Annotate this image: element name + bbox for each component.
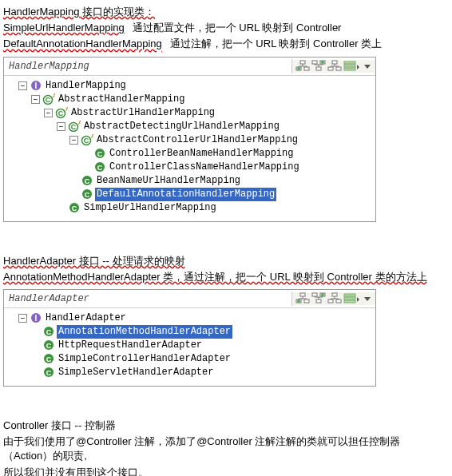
class-icon: C bbox=[68, 201, 81, 214]
tree-twisty[interactable]: − bbox=[18, 314, 27, 323]
doc-line-hm-intro: HandlerMapping 接口的实现类： bbox=[3, 5, 449, 19]
svg-rect-0 bbox=[300, 61, 305, 64]
class-icon: C bbox=[42, 352, 55, 365]
svg-text:A: A bbox=[65, 106, 68, 112]
svg-text:C: C bbox=[58, 109, 64, 117]
tree-node-annotationmethodhandleradapter[interactable]: C AnnotationMethodHandlerAdapter bbox=[6, 325, 374, 339]
tree-node-httprequesthandleradapter[interactable]: C HttpRequestHandlerAdapter bbox=[6, 339, 374, 352]
panel-header: HandlerAdapter bbox=[4, 290, 375, 308]
doc-line-ha-anno: AnnotationMethodHandlerAdapter 类，通过注解，把一… bbox=[3, 270, 449, 284]
tree-node-controllerclassnamehandlermapping[interactable]: C ControllerClassNameHandlerMapping bbox=[6, 161, 374, 174]
svg-text:C: C bbox=[46, 355, 52, 363]
svg-rect-12 bbox=[344, 65, 355, 67]
class-icon: C bbox=[93, 147, 106, 160]
svg-text:A: A bbox=[91, 133, 93, 139]
svg-rect-50 bbox=[344, 297, 355, 299]
panel-title: HandlerMapping bbox=[4, 59, 292, 73]
tree-twisty[interactable]: − bbox=[44, 109, 53, 117]
doc-line-ha-intro: HandlerAdapter 接口 -- 处理请求的映射 bbox=[3, 254, 449, 268]
svg-rect-9 bbox=[328, 67, 333, 70]
tree-node-controllerbeannamehandlermapping[interactable]: C ControllerBeanNameHandlerMapping bbox=[6, 147, 374, 161]
toolbar-btn-subtype[interactable] bbox=[327, 60, 342, 73]
svg-text:C: C bbox=[97, 150, 103, 158]
hierarchy-panel-handleradapter: HandlerAdapter − I HandlerAdapter bbox=[3, 289, 376, 387]
doc-line-ctrl-p2: 所以我们并没有用到这个接口。 bbox=[3, 466, 449, 477]
svg-text:I: I bbox=[35, 81, 38, 90]
tree-node-handleradapter[interactable]: − I HandlerAdapter bbox=[6, 311, 374, 325]
svg-rect-11 bbox=[344, 61, 355, 64]
svg-rect-51 bbox=[344, 300, 355, 303]
class-icon: C bbox=[42, 325, 55, 338]
svg-rect-2 bbox=[304, 67, 309, 70]
tree-twisty[interactable]: − bbox=[31, 95, 40, 104]
svg-rect-40 bbox=[304, 299, 309, 303]
toolbar-btn-supertype[interactable] bbox=[311, 292, 326, 305]
svg-text:C: C bbox=[46, 96, 51, 104]
doc-line-defaultanno: DefaultAnnotationHandlerMapping通过注解，把一个 … bbox=[3, 37, 449, 51]
panel-toolbar bbox=[292, 60, 375, 73]
tree-twisty[interactable]: − bbox=[69, 136, 78, 145]
toolbar-btn-menu[interactable] bbox=[363, 292, 372, 305]
tree-node-abstractdetectingurlhandlermapping[interactable]: − CA AbstractDetectingUrlHandlerMapping bbox=[6, 120, 374, 133]
tree-node-abstractcontrollerurlhandlermapping[interactable]: − CA AbstractControllerUrlHandlerMapping bbox=[6, 133, 374, 147]
tree-twisty[interactable]: − bbox=[57, 122, 65, 131]
abstract-class-icon: CA bbox=[68, 120, 81, 133]
hierarchy-panel-handlermapping: HandlerMapping − I HandlerMapping bbox=[3, 57, 376, 222]
svg-rect-42 bbox=[316, 299, 321, 303]
svg-point-3 bbox=[297, 67, 300, 70]
tree-node-abstracturlhandlermapping[interactable]: − CA AbstractUrlHandlerMapping bbox=[6, 106, 374, 120]
tree-node-handlermapping[interactable]: − I HandlerMapping bbox=[6, 79, 374, 93]
svg-point-7 bbox=[321, 61, 324, 64]
doc-line-simpleurl: SimpleUrlHandlerMapping通过配置文件，把一个 URL 映射… bbox=[3, 21, 449, 35]
tree-node-beannameurlhandlermapping[interactable]: C BeanNameUrlHandlerMapping bbox=[6, 174, 374, 188]
class-icon: C bbox=[42, 366, 55, 379]
panel-header: HandlerMapping bbox=[4, 58, 375, 76]
doc-line-ctrl-title: Controller 接口 -- 控制器 bbox=[3, 418, 449, 433]
toolbar-btn-supertype[interactable] bbox=[311, 60, 326, 73]
tree-twisty[interactable]: − bbox=[18, 81, 27, 90]
svg-text:C: C bbox=[46, 342, 52, 350]
panel-title: HandlerAdapter bbox=[4, 292, 292, 306]
abstract-class-icon: CA bbox=[81, 133, 93, 146]
svg-text:C: C bbox=[85, 191, 90, 199]
svg-text:C: C bbox=[46, 328, 52, 336]
toolbar-btn-history[interactable] bbox=[343, 292, 361, 305]
svg-rect-13 bbox=[344, 68, 355, 70]
type-hierarchy-tree[interactable]: − I HandlerMapping − CA AbstractHandlerM… bbox=[4, 76, 375, 221]
svg-rect-8 bbox=[332, 61, 337, 64]
class-icon: C bbox=[81, 188, 93, 200]
doc-line-ctrl-p1: 由于我们使用了@Controller 注解，添加了@Controller 注解注… bbox=[3, 434, 449, 463]
svg-rect-47 bbox=[328, 299, 333, 303]
toolbar-btn-hierarchy[interactable] bbox=[295, 60, 310, 73]
svg-rect-10 bbox=[336, 67, 341, 70]
class-icon: C bbox=[81, 174, 93, 187]
svg-rect-49 bbox=[344, 294, 355, 296]
svg-text:A: A bbox=[78, 120, 81, 125]
svg-text:C: C bbox=[71, 123, 77, 131]
svg-rect-38 bbox=[300, 293, 305, 296]
toolbar-btn-history[interactable] bbox=[343, 60, 361, 73]
svg-text:A: A bbox=[53, 93, 55, 98]
svg-rect-5 bbox=[312, 61, 317, 64]
tree-node-abstracthandlermapping[interactable]: − CA AbstractHandlerMapping bbox=[6, 93, 374, 106]
svg-rect-46 bbox=[332, 293, 337, 296]
type-hierarchy-tree[interactable]: − I HandlerAdapter C AnnotationMethodHan… bbox=[4, 308, 375, 386]
toolbar-btn-hierarchy[interactable] bbox=[295, 292, 310, 305]
svg-rect-48 bbox=[336, 299, 341, 303]
tree-node-simpleservlethandleradapter[interactable]: C SimpleServletHandlerAdapter bbox=[6, 366, 374, 379]
svg-text:C: C bbox=[84, 137, 89, 145]
toolbar-btn-menu[interactable] bbox=[363, 60, 372, 73]
toolbar-btn-subtype[interactable] bbox=[327, 292, 342, 305]
svg-point-41 bbox=[297, 299, 300, 303]
svg-rect-4 bbox=[316, 67, 321, 70]
abstract-class-icon: CA bbox=[55, 106, 68, 119]
svg-text:C: C bbox=[97, 164, 103, 172]
svg-text:C: C bbox=[72, 204, 77, 212]
tree-node-simplecontrollerhandleradapter[interactable]: C SimpleControllerHandlerAdapter bbox=[6, 352, 374, 366]
tree-node-defaultannotationhandlermapping[interactable]: C DefaultAnnotationHandlerMapping bbox=[6, 188, 374, 201]
class-icon: C bbox=[42, 339, 55, 351]
class-icon: C bbox=[93, 161, 106, 173]
tree-node-simpleurlhandlermapping[interactable]: C SimpleUrlHandlerMapping bbox=[6, 201, 374, 215]
svg-text:I: I bbox=[35, 314, 38, 323]
svg-text:C: C bbox=[46, 369, 52, 377]
